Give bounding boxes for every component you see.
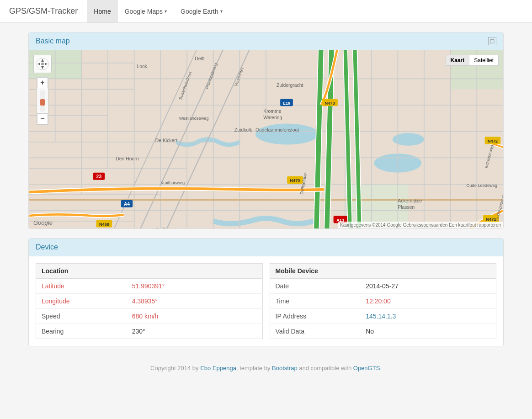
time-value: 12:20:00 bbox=[360, 294, 496, 309]
time-row: Time 12:20:00 bbox=[270, 294, 496, 309]
ip-row: IP Address 145.14.1.3 bbox=[270, 309, 496, 324]
map-logo: Google bbox=[33, 219, 53, 226]
nav-google-maps[interactable]: Google Maps ▾ bbox=[118, 0, 174, 22]
valid-value: No bbox=[360, 324, 496, 339]
nav-items: Home Google Maps ▾ Google Earth ▾ bbox=[87, 0, 229, 22]
mobile-section: Mobile Device Date 2014-05-27 Time 12:20… bbox=[270, 263, 497, 339]
ip-label: IP Address bbox=[270, 309, 360, 324]
device-panel-body: Location Latitude 51.990391° Longitude 4… bbox=[29, 256, 503, 346]
speed-value: 680 km/h bbox=[127, 309, 262, 324]
svg-text:23: 23 bbox=[96, 174, 102, 179]
speed-row: Speed 680 km/h bbox=[36, 309, 263, 324]
svg-text:E19: E19 bbox=[283, 101, 290, 106]
nav-home[interactable]: Home bbox=[87, 0, 117, 22]
svg-point-3 bbox=[393, 133, 424, 146]
mobile-table: Mobile Device Date 2014-05-27 Time 12:20… bbox=[270, 263, 497, 339]
footer-compatible-link[interactable]: OpenGTS bbox=[353, 365, 380, 371]
svg-text:N473: N473 bbox=[325, 101, 335, 106]
svg-text:Ackerdijkse: Ackerdijkse bbox=[398, 198, 422, 203]
svg-text:De Kickert: De Kickert bbox=[155, 138, 177, 143]
valid-label: Valid Data bbox=[270, 324, 360, 339]
map-svg: A4 N468 N470 N473 N470 E19 bbox=[29, 50, 503, 228]
svg-point-104 bbox=[41, 63, 44, 65]
map-attribution: Kaartgegevens ©2014 Google Gebruiksvoorw… bbox=[338, 222, 503, 228]
satelliet-button[interactable]: Satelliet bbox=[469, 55, 499, 66]
nav-google-earth[interactable]: Google Earth ▾ bbox=[174, 0, 229, 22]
svg-text:Kruithuisweg: Kruithuisweg bbox=[155, 227, 180, 228]
bearing-value: 230° bbox=[127, 324, 262, 339]
device-panel-title: Device bbox=[36, 243, 58, 251]
zoom-in-button[interactable]: + bbox=[37, 77, 48, 88]
longitude-row: Longitude 4.38935° bbox=[36, 294, 263, 309]
device-grid: Location Latitude 51.990391° Longitude 4… bbox=[36, 263, 496, 339]
svg-text:Look: Look bbox=[137, 64, 147, 69]
kaart-button[interactable]: Kaart bbox=[446, 55, 470, 66]
svg-text:N468: N468 bbox=[99, 222, 109, 227]
google-earth-caret: ▾ bbox=[220, 9, 223, 14]
map-panel-body: A4 N468 N470 N473 N470 E19 bbox=[29, 50, 503, 228]
street-view-icon[interactable] bbox=[40, 99, 45, 106]
longitude-label: Longitude bbox=[36, 294, 127, 309]
map-panel: Basic map □ bbox=[28, 32, 504, 229]
svg-text:Westlandseweg: Westlandseweg bbox=[179, 116, 209, 121]
date-value: 2014-05-27 bbox=[360, 279, 496, 294]
svg-text:Oudelaanmolensloot: Oudelaanmolensloot bbox=[255, 127, 299, 133]
svg-text:Watering: Watering bbox=[263, 115, 282, 120]
latitude-row: Latitude 51.990391° bbox=[36, 279, 263, 294]
footer-template-link[interactable]: Bootstrap bbox=[272, 365, 298, 371]
svg-text:Den Hoorn: Den Hoorn bbox=[116, 156, 138, 161]
latitude-label: Latitude bbox=[36, 279, 127, 294]
latitude-value: 51.990391° bbox=[127, 279, 262, 294]
location-section: Location Latitude 51.990391° Longitude 4… bbox=[36, 263, 263, 339]
svg-text:N472: N472 bbox=[488, 139, 498, 143]
footer-text-middle: , template by bbox=[236, 365, 272, 371]
svg-text:N470: N470 bbox=[290, 178, 300, 183]
main-container: Basic map □ bbox=[19, 32, 513, 346]
svg-text:Kromme: Kromme bbox=[263, 109, 281, 114]
time-label: Time bbox=[270, 294, 360, 309]
speed-label: Speed bbox=[36, 309, 127, 324]
date-label: Date bbox=[270, 279, 360, 294]
device-panel: Device Location Latitude bbox=[28, 238, 504, 346]
map-panel-header: Basic map □ bbox=[29, 32, 503, 50]
bearing-label: Bearing bbox=[36, 324, 127, 339]
navbar: GPS/GSM-Tracker Home Google Maps ▾ Googl… bbox=[0, 0, 532, 23]
footer: Copyright 2014 by Ebo Eppenga, template … bbox=[0, 355, 532, 381]
map-type-buttons: Kaart Satelliet bbox=[446, 55, 499, 66]
longitude-value: 4.38935° bbox=[127, 294, 262, 309]
svg-point-1 bbox=[255, 123, 319, 144]
map-expand-button[interactable]: □ bbox=[488, 37, 496, 45]
svg-text:A4: A4 bbox=[124, 202, 130, 207]
footer-author-link[interactable]: Ebo Eppenga bbox=[200, 365, 236, 371]
svg-text:Delft: Delft bbox=[195, 56, 204, 61]
footer-text-after: and compatible with bbox=[298, 365, 353, 371]
map-controls: + − bbox=[33, 55, 52, 125]
device-panel-header: Device bbox=[29, 239, 503, 256]
svg-text:Zuidergracht: Zuidergracht bbox=[277, 83, 303, 88]
svg-text:Kruithuisweg: Kruithuisweg bbox=[160, 180, 185, 185]
date-row: Date 2014-05-27 bbox=[270, 279, 496, 294]
map-container[interactable]: A4 N468 N470 N473 N470 E19 bbox=[29, 50, 503, 228]
location-table: Location Latitude 51.990391° Longitude 4… bbox=[36, 263, 263, 339]
pan-control[interactable] bbox=[33, 55, 52, 73]
map-panel-title: Basic map bbox=[36, 37, 70, 45]
svg-text:Oude Leedeweg: Oude Leedeweg bbox=[466, 183, 497, 188]
footer-text-before: Copyright 2014 by bbox=[150, 365, 200, 371]
app-brand: GPS/GSM-Tracker bbox=[9, 6, 78, 16]
bearing-row: Bearing 230° bbox=[36, 324, 263, 339]
svg-text:Zuidkolk: Zuidkolk bbox=[234, 127, 252, 133]
location-header: Location bbox=[36, 264, 263, 279]
zoom-out-button[interactable]: − bbox=[37, 113, 48, 124]
google-maps-caret: ▾ bbox=[165, 9, 167, 14]
valid-row: Valid Data No bbox=[270, 324, 496, 339]
ip-value: 145.14.1.3 bbox=[360, 309, 496, 324]
footer-period: . bbox=[380, 365, 382, 371]
mobile-header: Mobile Device bbox=[270, 264, 496, 279]
svg-text:Plassen: Plassen bbox=[398, 205, 415, 210]
